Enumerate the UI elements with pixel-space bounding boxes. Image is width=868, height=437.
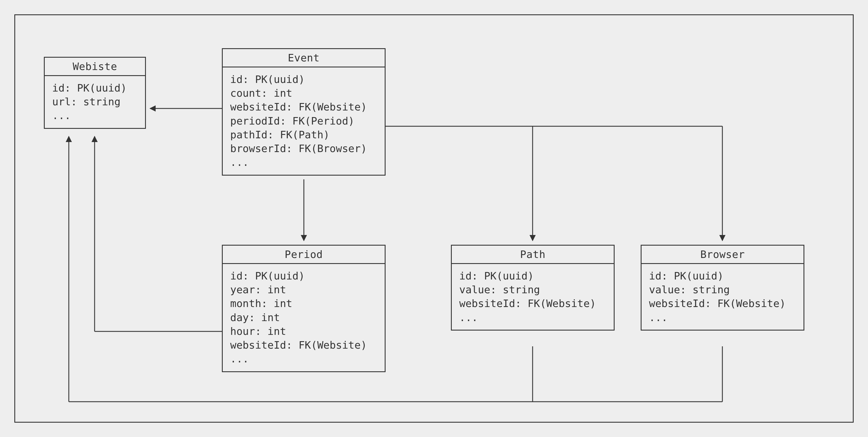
er-diagram-canvas: Webiste id: PK(uuid) url: string ... Eve… (0, 0, 868, 437)
entity-browser: Browser id: PK(uuid) value: string websi… (641, 245, 804, 330)
entity-website-title: Webiste (45, 58, 145, 76)
entity-event-title: Event (223, 49, 385, 67)
entity-event: Event id: PK(uuid) count: int websiteId:… (222, 48, 385, 176)
entity-path-body: id: PK(uuid) value: string websiteId: FK… (452, 264, 614, 330)
entity-event-fields: id: PK(uuid) count: int websiteId: FK(We… (230, 74, 367, 168)
entity-path-fields: id: PK(uuid) value: string websiteId: FK… (459, 270, 596, 323)
entity-website: Webiste id: PK(uuid) url: string ... (44, 57, 146, 129)
entity-event-body: id: PK(uuid) count: int websiteId: FK(We… (223, 67, 385, 175)
entity-website-fields: id: PK(uuid) url: string ... (52, 82, 127, 121)
entity-period: Period id: PK(uuid) year: int month: int… (222, 245, 385, 372)
entity-period-fields: id: PK(uuid) year: int month: int day: i… (230, 270, 367, 365)
entity-browser-title: Browser (642, 245, 804, 264)
entity-browser-body: id: PK(uuid) value: string websiteId: FK… (642, 264, 804, 330)
entity-path-title: Path (452, 245, 614, 264)
entity-period-body: id: PK(uuid) year: int month: int day: i… (223, 264, 385, 371)
entity-path: Path id: PK(uuid) value: string websiteI… (451, 245, 615, 330)
entity-website-body: id: PK(uuid) url: string ... (45, 76, 145, 128)
entity-period-title: Period (223, 245, 385, 264)
entity-browser-fields: id: PK(uuid) value: string websiteId: FK… (649, 270, 786, 323)
